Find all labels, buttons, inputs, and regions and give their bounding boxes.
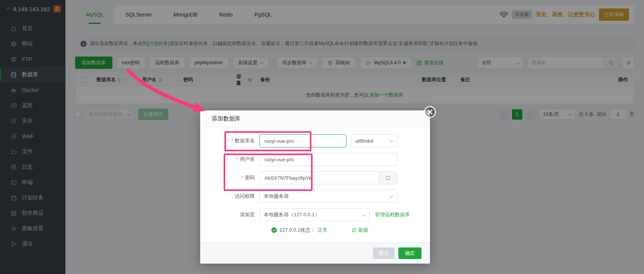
status-refresh-link[interactable]: 刷新 (351, 227, 368, 234)
check-circle-icon (271, 227, 277, 233)
add-database-modal: 添加数据库 数据库名 utf8mb4 用户名 密码 (200, 110, 430, 264)
username-input[interactable] (259, 153, 397, 166)
server-status-row: 127.0.0.1状态： 正常 刷新 (271, 227, 430, 234)
modal-title: 添加数据库 (212, 115, 241, 122)
username-label: 用户名 (212, 156, 255, 163)
modal-footer: 取消 确定 (200, 242, 430, 264)
close-circle-icon (424, 114, 436, 119)
username-row: 用户名 (212, 153, 430, 166)
modal-body: 数据库名 utf8mb4 用户名 密码 (200, 127, 430, 234)
password-label: 密码 (212, 174, 255, 181)
modal-header: 添加数据库 (200, 110, 430, 127)
refresh-icon (385, 175, 391, 181)
regenerate-password-button[interactable] (379, 171, 397, 184)
target-server-value: 本地服务器（127.0.0.1） (264, 211, 319, 218)
chevron-down-icon (362, 212, 366, 216)
chevron-down-icon (390, 194, 394, 198)
cancel-button[interactable]: 取消 (373, 247, 395, 259)
server-status-value: 正常 (318, 227, 328, 234)
chevron-down-icon (390, 139, 394, 142)
password-group (259, 171, 397, 184)
dbname-input[interactable] (259, 134, 346, 147)
access-value: 本地服务器 (264, 193, 289, 200)
charset-value: utf8mb4 (355, 138, 373, 144)
target-label: 添加至 (212, 211, 255, 218)
status-refresh-label: 刷新 (358, 227, 368, 234)
manage-remote-db-link[interactable]: 管理远程数据库 (375, 211, 410, 218)
access-select[interactable]: 本地服务器 (259, 190, 397, 203)
app-window: 8.149.143.162 0 首页 网站 FTP 数据库 Docker (0, 0, 644, 274)
dbname-row: 数据库名 utf8mb4 (212, 134, 430, 147)
modal-close-button[interactable] (424, 106, 436, 118)
access-row: 访问权限 本地服务器 (212, 190, 430, 203)
access-label: 访问权限 (212, 193, 255, 200)
refresh-icon (351, 228, 356, 233)
confirm-button[interactable]: 确定 (398, 247, 422, 259)
dbname-label: 数据库名 (212, 137, 255, 144)
server-status-text: 127.0.0.1状态： (279, 227, 315, 234)
password-input[interactable] (259, 171, 379, 184)
charset-select[interactable]: utf8mb4 (351, 134, 397, 147)
target-row: 添加至 本地服务器（127.0.0.1） 管理远程数据库 (212, 208, 430, 221)
password-row: 密码 (212, 171, 430, 184)
target-server-select[interactable]: 本地服务器（127.0.0.1） (259, 208, 370, 221)
